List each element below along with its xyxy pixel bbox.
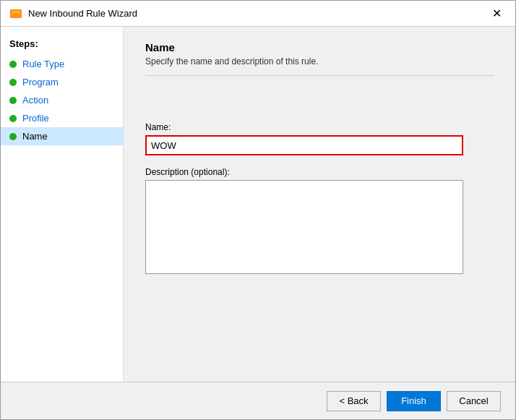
svg-rect-3 [12, 11, 20, 13]
description-form-group: Description (optional): [145, 167, 494, 276]
step-dot-name [9, 133, 17, 140]
dialog-window: New Inbound Rule Wizard ✕ Steps: Rule Ty… [0, 0, 516, 420]
sidebar-header: Steps: [1, 35, 123, 55]
title-bar: New Inbound Rule Wizard ✕ [1, 1, 515, 27]
sidebar-item-name[interactable]: Name [1, 127, 123, 145]
title-bar-left: New Inbound Rule Wizard [9, 7, 137, 20]
sidebar-item-profile[interactable]: Profile [1, 109, 123, 127]
sidebar-item-action[interactable]: Action [1, 91, 123, 109]
step-dot-program [9, 79, 17, 86]
name-form-group: Name: [145, 122, 494, 155]
footer: < Back Finish Cancel [1, 382, 515, 419]
sidebar-item-rule-type[interactable]: Rule Type [1, 55, 123, 73]
sidebar-item-program[interactable]: Program [1, 73, 123, 91]
back-button[interactable]: < Back [327, 391, 381, 411]
sidebar-label-rule-type: Rule Type [22, 59, 64, 69]
form-area: Name: Description (optional): [145, 93, 494, 367]
main-panel: Name Specify the name and description of… [124, 27, 515, 382]
page-title: Name [145, 41, 494, 53]
content-area: Steps: Rule Type Program Action Profile … [1, 27, 515, 382]
name-label: Name: [145, 122, 494, 132]
name-input[interactable] [145, 135, 463, 155]
step-dot-action [9, 97, 17, 104]
step-dot-rule-type [9, 61, 17, 68]
sidebar-label-name: Name [22, 131, 48, 142]
description-label: Description (optional): [145, 167, 494, 177]
close-button[interactable]: ✕ [486, 5, 507, 22]
step-dot-profile [9, 115, 17, 122]
sidebar-label-program: Program [22, 77, 59, 87]
finish-button[interactable]: Finish [387, 391, 441, 411]
dialog-title: New Inbound Rule Wizard [28, 8, 137, 19]
sidebar-label-action: Action [22, 95, 48, 106]
description-textarea[interactable] [145, 180, 463, 274]
firewall-icon [9, 7, 22, 20]
page-subtitle: Specify the name and description of this… [145, 56, 494, 76]
cancel-button[interactable]: Cancel [447, 391, 501, 411]
sidebar-label-profile: Profile [22, 113, 49, 124]
sidebar: Steps: Rule Type Program Action Profile … [1, 27, 124, 382]
